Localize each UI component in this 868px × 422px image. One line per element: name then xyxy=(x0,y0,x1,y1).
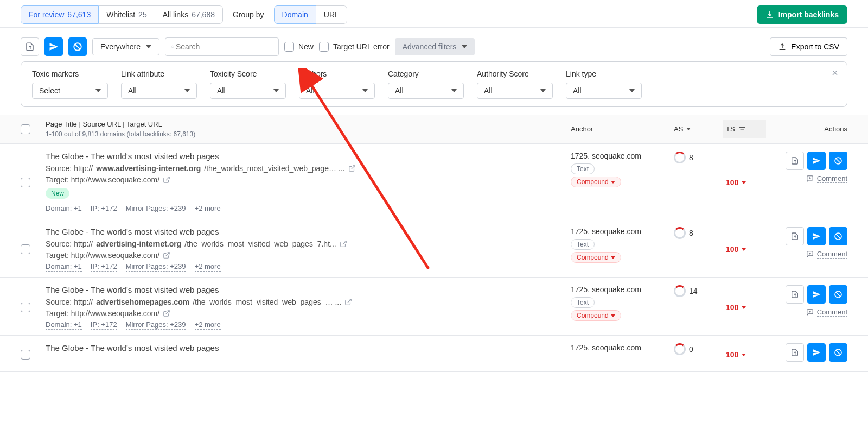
filter-target-error-checkbox[interactable]: Target URL error xyxy=(319,42,390,52)
external-link-icon[interactable] xyxy=(340,240,347,248)
filter-toxicity-score-select[interactable]: All xyxy=(210,83,286,99)
filter-link-type-select[interactable]: All xyxy=(566,83,642,99)
column-as[interactable]: AS xyxy=(674,125,723,133)
column-ts[interactable]: TS xyxy=(723,120,766,138)
row-source-url[interactable]: Source: http://advertising-internet.org/… xyxy=(46,240,567,248)
filter-toxic-markers-select[interactable]: Select xyxy=(32,83,108,99)
send-icon xyxy=(812,156,821,165)
tab-whitelist[interactable]: Whitelist 25 xyxy=(99,5,155,24)
chip-compound[interactable]: Compound xyxy=(571,310,621,321)
action-toolbar: Everywhere New Target URL error Advanced… xyxy=(0,28,868,61)
tab-whitelist-label: Whitelist xyxy=(106,10,135,19)
marker-mirror[interactable]: Mirror Pages: +239 xyxy=(126,204,186,213)
external-link-icon[interactable] xyxy=(344,298,352,306)
row-disavow-button[interactable] xyxy=(829,343,847,362)
marker-domain[interactable]: Domain: +1 xyxy=(46,204,82,213)
row-source-url[interactable]: Source: http://www.advertising-internet.… xyxy=(46,164,567,173)
row-send-button[interactable] xyxy=(807,227,826,245)
row-comment-button[interactable]: Comment xyxy=(766,250,847,259)
row-checkbox[interactable] xyxy=(21,303,30,312)
marker-domain[interactable]: Domain: +1 xyxy=(46,320,82,330)
row-comment-button[interactable]: Comment xyxy=(766,308,847,317)
filter-link-attribute-select[interactable]: All xyxy=(121,83,197,99)
gauge-icon xyxy=(674,343,686,355)
row-send-button[interactable] xyxy=(807,152,826,170)
filter-new-checkbox[interactable]: New xyxy=(284,42,314,52)
marker-mirror[interactable]: Mirror Pages: +239 xyxy=(126,320,186,330)
marker-more[interactable]: +2 more xyxy=(195,204,221,213)
filter-toxic-markers: Toxic markers Select xyxy=(32,70,108,99)
chip-compound[interactable]: Compound xyxy=(571,177,621,187)
scope-select-value: Everywhere xyxy=(100,42,141,51)
marker-mirror[interactable]: Mirror Pages: +239 xyxy=(126,262,186,272)
filter-authority-score-select[interactable]: All xyxy=(477,83,553,99)
row-send-button[interactable] xyxy=(807,343,826,362)
row-toxicity-score[interactable]: 100 xyxy=(726,303,746,312)
send-button[interactable] xyxy=(44,37,63,56)
chevron-down-icon xyxy=(451,89,457,92)
select-all-checkbox[interactable] xyxy=(21,124,30,134)
tab-all-links[interactable]: All links 67,688 xyxy=(155,5,223,24)
checkbox-icon xyxy=(319,42,329,52)
tab-all-links-count: 67,688 xyxy=(192,10,215,19)
table-row: The Globe - The world's most visited web… xyxy=(0,336,868,372)
row-toxicity-score[interactable]: 100 xyxy=(726,245,746,254)
filter-anchors-select[interactable]: All xyxy=(299,83,375,99)
select-all-column xyxy=(21,124,46,134)
tab-for-review[interactable]: For review 67,613 xyxy=(21,5,99,24)
row-export-button[interactable] xyxy=(786,152,804,170)
marker-domain[interactable]: Domain: +1 xyxy=(46,262,82,272)
external-link-icon[interactable] xyxy=(348,165,356,172)
row-disavow-button[interactable] xyxy=(829,152,847,170)
row-comment-button[interactable]: Comment xyxy=(766,174,847,183)
ts-value: 100 xyxy=(726,303,738,312)
external-link-icon[interactable] xyxy=(163,251,170,259)
marker-ip[interactable]: IP: +172 xyxy=(91,204,117,213)
tab-all-links-label: All links xyxy=(163,10,188,19)
row-checkbox[interactable] xyxy=(21,350,30,360)
row-disavow-button[interactable] xyxy=(829,285,847,304)
chevron-down-icon xyxy=(611,181,615,184)
row-checkbox[interactable] xyxy=(21,244,30,254)
chip-compound[interactable]: Compound xyxy=(571,252,621,263)
row-target-url[interactable]: Target: http://www.seoquake.com/ xyxy=(46,309,567,318)
column-anchor[interactable]: Anchor xyxy=(571,125,674,133)
close-filters-button[interactable] xyxy=(831,68,839,80)
export-csv-button[interactable]: Export to CSV xyxy=(770,37,847,56)
import-backlinks-button[interactable]: Import backlinks xyxy=(757,5,847,24)
row-export-button[interactable] xyxy=(786,343,804,362)
marker-more[interactable]: +2 more xyxy=(195,262,221,272)
comment-icon xyxy=(806,250,814,258)
row-target-url[interactable]: Target: http://www.seoquake.com/ xyxy=(46,175,567,184)
export-selection-button[interactable] xyxy=(21,37,39,56)
as-value: 8 xyxy=(689,229,693,237)
row-checkbox[interactable] xyxy=(21,178,30,187)
marker-more[interactable]: +2 more xyxy=(195,320,221,330)
group-by-url[interactable]: URL xyxy=(316,5,347,24)
row-export-button[interactable] xyxy=(786,227,804,245)
row-toxicity-score[interactable]: 100 xyxy=(726,178,746,187)
row-anchor-text: 1725. seoquake.com xyxy=(571,343,674,352)
marker-ip[interactable]: IP: +172 xyxy=(91,262,117,272)
search-field[interactable] xyxy=(165,37,279,56)
row-markers: Domain: +1 IP: +172 Mirror Pages: +239 +… xyxy=(46,320,567,330)
row-toxicity-score[interactable]: 100 xyxy=(726,350,746,359)
external-link-icon[interactable] xyxy=(163,176,170,184)
row-target-url[interactable]: Target: http://www.seoquake.com/ xyxy=(46,251,567,260)
filter-category-select[interactable]: All xyxy=(388,83,464,99)
row-authority-score: 8 xyxy=(674,227,723,239)
group-by-domain[interactable]: Domain xyxy=(274,5,316,24)
block-icon xyxy=(834,348,843,357)
row-disavow-button[interactable] xyxy=(829,227,847,245)
external-link-icon[interactable] xyxy=(163,310,170,317)
row-source-url[interactable]: Source: http://advertisehomepages.com/th… xyxy=(46,298,567,306)
filter-link-type: Link type All xyxy=(566,70,642,99)
search-input[interactable] xyxy=(174,40,273,53)
row-export-button[interactable] xyxy=(786,285,804,304)
advanced-filters-button[interactable]: Advanced filters xyxy=(395,38,475,55)
row-page-title: The Globe - The world's most visited web… xyxy=(46,152,567,161)
scope-select[interactable]: Everywhere xyxy=(92,38,159,55)
disavow-button[interactable] xyxy=(68,37,87,56)
row-send-button[interactable] xyxy=(807,285,826,304)
marker-ip[interactable]: IP: +172 xyxy=(91,320,117,330)
